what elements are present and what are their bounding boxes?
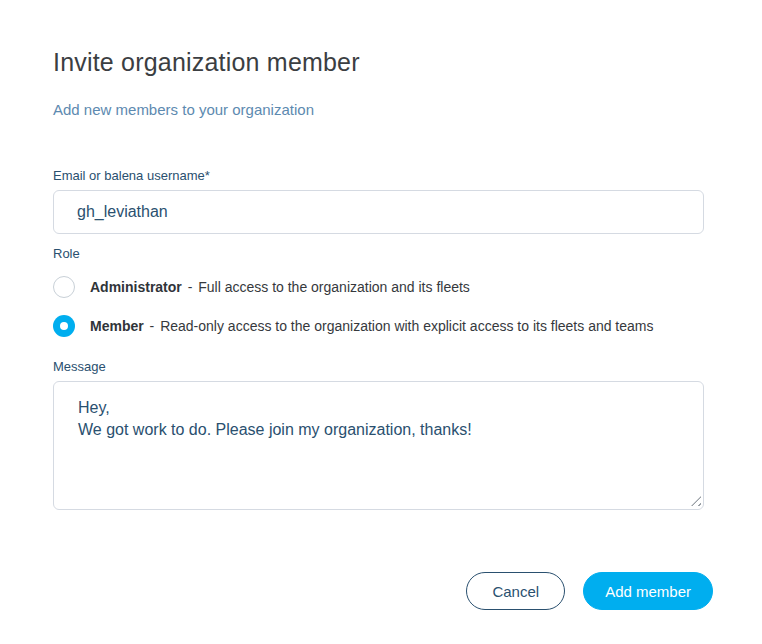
email-label: Email or balena username* bbox=[53, 168, 704, 184]
role-separator: - bbox=[186, 279, 195, 295]
role-name: Member bbox=[90, 318, 144, 334]
invite-organization-member-modal: Invite organization member Add new membe… bbox=[0, 0, 762, 644]
modal-actions: Cancel Add member bbox=[466, 572, 713, 610]
modal-content: Invite organization member Add new membe… bbox=[53, 0, 704, 510]
role-description: Full access to the organization and its … bbox=[198, 279, 470, 295]
role-option-member[interactable]: Member - Read-only access to the organiz… bbox=[53, 315, 704, 337]
role-name: Administrator bbox=[90, 279, 182, 295]
role-option-text: Member - Read-only access to the organiz… bbox=[90, 316, 654, 336]
page-subtitle: Add new members to your organization bbox=[53, 101, 704, 119]
radio-dot-icon bbox=[60, 322, 68, 330]
message-textarea-wrap: Hey, We got work to do. Please join my o… bbox=[53, 381, 704, 510]
radio-administrator[interactable] bbox=[53, 276, 75, 298]
role-option-administrator[interactable]: Administrator - Full access to the organ… bbox=[53, 276, 704, 298]
radio-member[interactable] bbox=[53, 315, 75, 337]
email-input[interactable] bbox=[53, 190, 704, 234]
message-textarea[interactable]: Hey, We got work to do. Please join my o… bbox=[53, 381, 704, 510]
cancel-button[interactable]: Cancel bbox=[466, 572, 565, 610]
role-separator: - bbox=[148, 318, 157, 334]
role-description: Read-only access to the organization wit… bbox=[160, 318, 653, 334]
message-label: Message bbox=[53, 359, 704, 375]
role-label: Role bbox=[53, 246, 704, 262]
page-title: Invite organization member bbox=[53, 48, 704, 76]
add-member-button[interactable]: Add member bbox=[583, 572, 713, 610]
role-option-text: Administrator - Full access to the organ… bbox=[90, 277, 470, 297]
